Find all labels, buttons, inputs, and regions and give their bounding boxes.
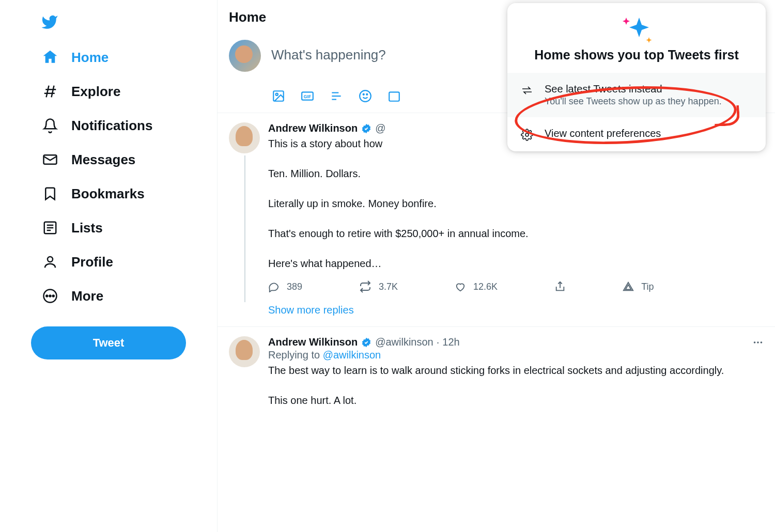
reply-button[interactable]: 389 <box>268 280 302 293</box>
sidebar-item-more[interactable]: More <box>31 279 217 313</box>
svg-point-13 <box>53 295 54 297</box>
replying-to[interactable]: Replying to @awilkinson <box>268 348 764 361</box>
more-icon <box>41 287 59 305</box>
tip-label: Tip <box>641 281 654 292</box>
sidebar-item-label: Explore <box>71 84 120 100</box>
share-button[interactable] <box>554 280 566 293</box>
envelope-icon <box>41 151 59 168</box>
replying-to-prefix: Replying to <box>268 349 323 361</box>
tweet-button[interactable]: Tweet <box>31 326 186 359</box>
retweet-count: 3.7K <box>379 281 398 292</box>
tweet-more-icon[interactable] <box>752 337 764 348</box>
current-user-avatar[interactable] <box>229 40 261 72</box>
emoji-icon[interactable] <box>358 89 373 103</box>
sparkle-icon <box>616 14 657 45</box>
media-icon[interactable] <box>271 89 286 103</box>
gear-icon <box>521 129 533 141</box>
svg-point-27 <box>761 341 763 343</box>
like-count: 12.6K <box>473 281 498 292</box>
tweet-author-handle[interactable]: @awilkinson <box>375 336 433 348</box>
popover-option-title: View content preferences <box>545 128 661 139</box>
sidebar-item-label: Bookmarks <box>71 186 145 202</box>
gif-icon[interactable]: GIF <box>300 89 315 103</box>
tweet[interactable]: Andrew Wilkinson @awilkinson · 12h Reply… <box>218 327 775 408</box>
profile-icon <box>41 253 59 271</box>
show-more-replies[interactable]: Show more replies <box>218 300 775 326</box>
sidebar: Home Explore Notifications Messages Book… <box>0 0 217 532</box>
retweet-button[interactable]: 3.7K <box>359 280 398 293</box>
sidebar-item-label: Profile <box>71 254 113 270</box>
poll-icon[interactable] <box>329 89 344 103</box>
like-button[interactable]: 12.6K <box>455 280 498 293</box>
hashtag-icon <box>41 83 59 100</box>
verified-badge-icon <box>361 337 372 348</box>
svg-point-28 <box>525 133 529 136</box>
timeline-options-popover: Home shows you top Tweets first See late… <box>507 3 766 151</box>
content-preferences-option[interactable]: View content preferences <box>507 117 766 151</box>
tip-button[interactable]: Tip <box>623 280 654 293</box>
tweet-author-handle[interactable]: @ <box>375 122 385 134</box>
tweet-author-name[interactable]: Andrew Wilkinson <box>268 336 358 348</box>
sidebar-item-profile[interactable]: Profile <box>31 245 217 279</box>
popover-title: Home shows you top Tweets first <box>523 45 750 62</box>
author-avatar[interactable] <box>229 122 260 153</box>
svg-point-22 <box>363 94 364 95</box>
popover-option-title: See latest Tweets instead <box>545 83 722 95</box>
svg-line-3 <box>52 86 54 98</box>
svg-point-21 <box>360 90 371 102</box>
thread-connector <box>244 155 245 302</box>
swap-arrows-icon <box>521 84 533 97</box>
sidebar-item-label: Messages <box>71 152 135 168</box>
svg-point-12 <box>50 295 51 297</box>
svg-point-23 <box>366 94 367 95</box>
reply-count: 389 <box>287 281 302 292</box>
svg-point-26 <box>757 341 759 343</box>
tweet-author-name[interactable]: Andrew Wilkinson <box>268 122 358 134</box>
home-icon <box>41 49 59 66</box>
verified-badge-icon <box>361 123 372 134</box>
sidebar-item-bookmarks[interactable]: Bookmarks <box>31 177 217 211</box>
dot: · <box>437 336 440 348</box>
sidebar-item-label: Notifications <box>71 118 152 134</box>
svg-point-9 <box>48 257 53 262</box>
sidebar-item-lists[interactable]: Lists <box>31 211 217 245</box>
svg-text:GIF: GIF <box>304 94 311 99</box>
sidebar-item-explore[interactable]: Explore <box>31 74 217 108</box>
feed: Andrew Wilkinson @ This is a story about… <box>218 113 775 408</box>
sidebar-item-notifications[interactable]: Notifications <box>31 108 217 143</box>
sidebar-item-messages[interactable]: Messages <box>31 143 217 177</box>
list-icon <box>41 219 59 237</box>
replying-to-handle[interactable]: @awilkinson <box>323 349 381 361</box>
sidebar-item-label: Lists <box>71 220 103 236</box>
tweet-timestamp[interactable]: 12h <box>442 336 459 348</box>
see-latest-tweets-option[interactable]: See latest Tweets instead You'll see Twe… <box>507 73 766 117</box>
bookmark-icon <box>41 185 59 202</box>
svg-point-11 <box>46 295 48 297</box>
tweet-text: The best way to learn is to walk around … <box>268 361 764 408</box>
tweet-text: This is a story about how Ten. Million. … <box>268 134 764 271</box>
svg-line-2 <box>47 86 49 98</box>
schedule-icon[interactable] <box>387 89 401 103</box>
svg-rect-24 <box>389 92 399 101</box>
author-avatar[interactable] <box>229 336 260 367</box>
main-column: Home What's happening? GIF <box>217 0 775 532</box>
sidebar-item-label: Home <box>71 50 109 66</box>
twitter-logo[interactable] <box>31 10 217 40</box>
svg-point-15 <box>276 93 278 96</box>
svg-point-25 <box>754 341 756 343</box>
sidebar-item-label: More <box>71 288 103 304</box>
popover-option-subtitle: You'll see Tweets show up as they happen… <box>545 95 722 107</box>
tweet-actions: 389 3.7K 12.6K Tip <box>268 271 764 300</box>
bell-icon <box>41 117 59 134</box>
sidebar-item-home[interactable]: Home <box>31 40 217 74</box>
